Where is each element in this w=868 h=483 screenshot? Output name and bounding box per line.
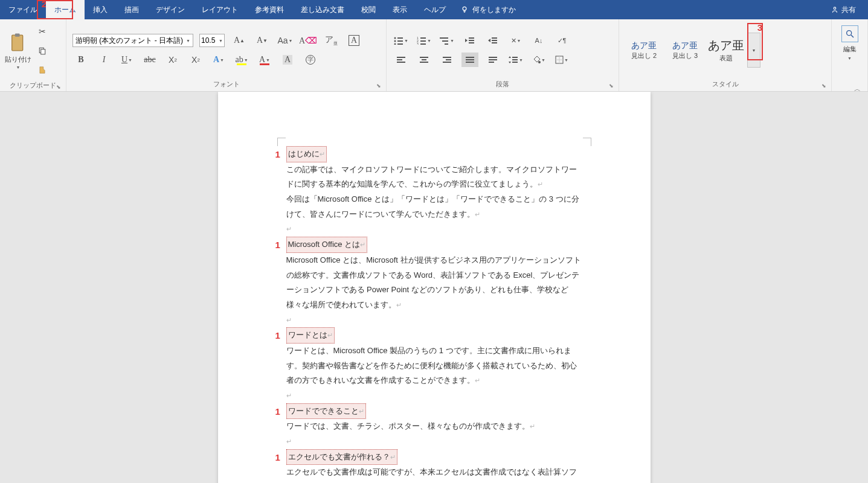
tab-help[interactable]: ヘルプ <box>416 0 454 19</box>
format-painter-button[interactable] <box>34 63 51 77</box>
clipboard-launcher[interactable]: ⬊ <box>56 84 61 90</box>
tab-layout[interactable]: レイアウト <box>193 0 246 19</box>
font-launcher[interactable]: ⬊ <box>376 83 381 89</box>
decrease-indent-button[interactable] <box>461 33 478 48</box>
strikethrough-button[interactable]: abc <box>141 53 158 67</box>
caret-down-icon: ▼ <box>847 56 852 60</box>
annotation-1: 1 <box>275 146 280 164</box>
font-color-button[interactable]: A▼ <box>256 53 273 67</box>
svg-rect-36 <box>466 57 474 58</box>
doc-paragraph[interactable]: Microsoft Office とは、Microsoft 社が提供するビジネス… <box>286 253 582 313</box>
svg-rect-21 <box>469 37 474 39</box>
doc-heading[interactable]: ワードとは↵ <box>286 327 335 344</box>
margin-mark <box>583 138 591 146</box>
svg-point-6 <box>394 37 396 39</box>
doc-heading[interactable]: はじめに↵ <box>286 146 327 162</box>
clear-formatting-button[interactable]: A⌫ <box>300 33 317 48</box>
increase-indent-button[interactable] <box>484 33 501 48</box>
doc-blank[interactable]: ↵ <box>286 222 582 237</box>
doc-blank[interactable]: ↵ <box>286 388 582 403</box>
cut-button[interactable]: ✂ <box>34 24 51 39</box>
svg-rect-31 <box>422 59 426 60</box>
align-left-button[interactable] <box>393 53 410 67</box>
multilevel-list-button[interactable]: ▼ <box>439 33 455 48</box>
tab-home[interactable]: ホーム <box>46 0 85 19</box>
style-heading3[interactable]: あア亜見出し 3 <box>665 33 705 68</box>
font-name-select[interactable]: 游明朝 (本文のフォント - 日本語)▼ <box>72 34 193 47</box>
lightbulb-icon <box>460 5 469 14</box>
copy-button[interactable] <box>34 43 51 58</box>
collapse-ribbon-button[interactable]: ︿ <box>854 85 861 94</box>
bold-button[interactable]: B <box>72 53 89 67</box>
tab-design[interactable]: デザイン <box>147 0 193 19</box>
numbering-button[interactable]: 123▼ <box>416 33 432 48</box>
svg-point-10 <box>394 43 396 45</box>
superscript-button[interactable]: X2 <box>187 53 204 67</box>
doc-heading[interactable]: エクセルでも文書が作れる？↵ <box>286 449 397 465</box>
tab-insert[interactable]: 挿入 <box>85 0 116 19</box>
doc-paragraph[interactable]: この記事では、マイクロソフトワードについてご紹介します。マイクロソフトワードに関… <box>286 162 582 192</box>
character-border-button[interactable]: A <box>346 33 362 48</box>
doc-paragraph[interactable]: ワードでは、文書、チラシ、ポスター、様々なものが作成できます。↵ <box>286 419 582 434</box>
doc-blank[interactable]: ↵ <box>286 434 582 449</box>
copy-icon <box>38 46 47 55</box>
sort-button[interactable]: A↓ <box>530 33 547 48</box>
svg-point-0 <box>463 7 466 10</box>
italic-button[interactable]: I <box>95 53 112 67</box>
asian-layout-button[interactable]: ✕▼ <box>507 33 524 48</box>
svg-rect-22 <box>469 40 474 41</box>
styles-launcher[interactable]: ⬊ <box>821 83 826 89</box>
tab-file[interactable]: ファイル 2 <box>0 0 46 19</box>
svg-point-49 <box>846 31 851 36</box>
bullets-button[interactable]: ▼ <box>393 33 410 48</box>
distributed-button[interactable] <box>484 53 501 67</box>
paragraph-launcher[interactable]: ⬊ <box>609 83 614 89</box>
tab-draw[interactable]: 描画 <box>116 0 147 19</box>
enclose-characters-button[interactable]: 字 <box>302 53 319 67</box>
doc-paragraph[interactable]: 今回は「Microsoft Office とは」「ワードとは」「ワードでできるこ… <box>286 192 582 222</box>
styles-more-button[interactable]: ▾ 3 <box>747 33 760 68</box>
doc-paragraph[interactable]: ワードとは、Microsoft Office 製品のうちの 1 つです。主に文書… <box>286 344 582 388</box>
sort-icon: A↓ <box>535 37 543 44</box>
svg-point-8 <box>394 40 396 42</box>
doc-paragraph[interactable]: エクセルでも文書作成は可能ですが、本来エクセルは文書作成ではなく表計算ソフトとし… <box>286 465 582 483</box>
text-effects-button[interactable]: A▼ <box>210 53 227 67</box>
style-title[interactable]: あア亜表題 <box>706 33 746 68</box>
doc-heading[interactable]: Microsoft Office とは↵ <box>286 237 368 253</box>
style-heading2[interactable]: あア亜見出し 2 <box>624 33 664 68</box>
svg-rect-41 <box>489 62 494 63</box>
tab-review[interactable]: 校閲 <box>353 0 384 19</box>
change-case-button[interactable]: Aa▼ <box>277 33 294 48</box>
doc-blank[interactable]: ↵ <box>286 313 582 328</box>
svg-rect-34 <box>446 59 451 60</box>
subscript-button[interactable]: X2 <box>164 53 181 67</box>
align-justify-button[interactable] <box>461 53 478 67</box>
svg-text:3: 3 <box>417 42 419 45</box>
document-workspace[interactable]: 1はじめに↵ この記事では、マイクロソフトワードについてご紹介します。マイクロソ… <box>0 92 868 483</box>
shading-button[interactable]: ▼ <box>530 53 547 67</box>
font-size-select[interactable]: 10.5▼ <box>199 34 225 47</box>
underline-button[interactable]: U▼ <box>118 53 135 67</box>
phonetic-guide-button[interactable]: ア亜 <box>323 33 339 48</box>
find-button[interactable] <box>841 25 858 42</box>
paste-button[interactable]: 貼り付け ▼ <box>5 32 31 69</box>
doc-heading[interactable]: ワードでできること↵ <box>286 403 366 420</box>
highlight-button[interactable]: ab▼ <box>233 53 250 67</box>
svg-rect-15 <box>420 40 426 42</box>
line-spacing-button[interactable]: ▼ <box>507 53 524 67</box>
annotation-1: 1 <box>275 449 280 467</box>
svg-rect-25 <box>492 40 497 41</box>
brush-icon <box>38 66 47 74</box>
tab-view[interactable]: 表示 <box>384 0 416 19</box>
share-button[interactable]: 共有 <box>831 5 856 15</box>
character-shading-button[interactable]: A <box>279 53 296 67</box>
grow-font-button[interactable]: A▲ <box>231 33 248 48</box>
align-right-button[interactable] <box>439 53 455 67</box>
tellme-search[interactable]: 何をしますか <box>460 5 516 15</box>
align-center-button[interactable] <box>416 53 432 67</box>
show-marks-button[interactable]: ✓¶ <box>553 33 570 48</box>
shrink-font-button[interactable]: A▼ <box>254 33 271 48</box>
tab-references[interactable]: 参考資料 <box>246 0 292 19</box>
borders-button[interactable]: ▼ <box>553 53 570 67</box>
tab-mailings[interactable]: 差し込み文書 <box>292 0 353 19</box>
